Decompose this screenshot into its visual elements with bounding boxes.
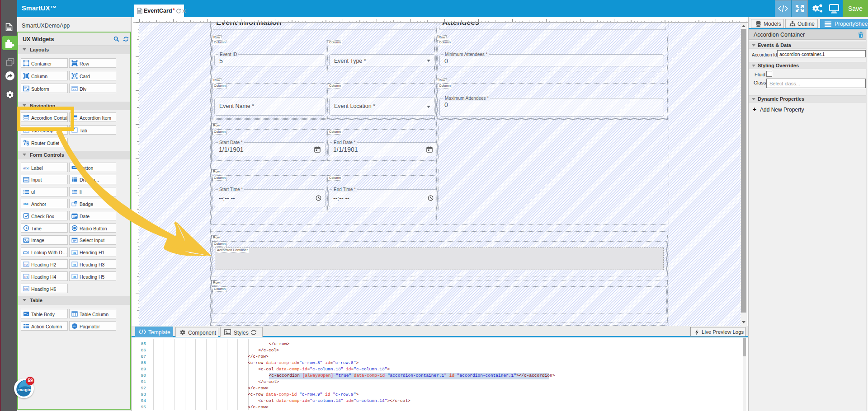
- svg-text:magic: magic: [18, 387, 31, 392]
